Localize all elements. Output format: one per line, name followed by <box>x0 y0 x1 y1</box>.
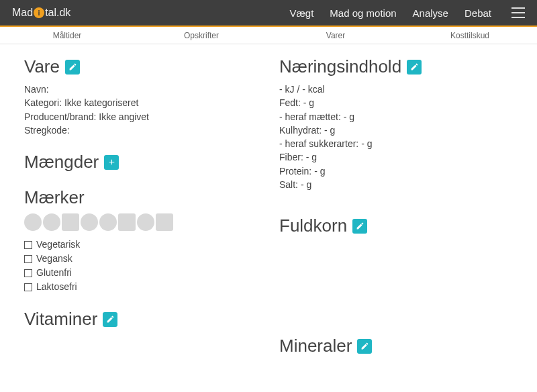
brand-logo[interactable]: Mad i tal.dk <box>12 7 70 19</box>
pencil-icon <box>68 62 77 71</box>
badge-icon <box>81 213 98 231</box>
edit-fuldkorn-button[interactable] <box>352 219 367 234</box>
nav-debat[interactable]: Debat <box>465 7 491 19</box>
section-mineraler: Mineraler <box>279 336 513 356</box>
naering-energy: - kJ / - kcal <box>279 83 513 96</box>
checkbox-laktosefri[interactable]: Laktosefri <box>24 280 258 294</box>
pencil-icon <box>106 315 115 324</box>
edit-vitaminer-button[interactable] <box>103 312 117 327</box>
heading-fuldkorn: Fuldkorn <box>279 215 347 236</box>
subnav-kosttilskud[interactable]: Kosttilskud <box>403 31 537 40</box>
naering-maettet: - heraf mættet: - g <box>279 110 513 124</box>
section-fuldkorn: Fuldkorn <box>279 215 513 236</box>
badge-icon <box>156 213 173 231</box>
checkbox-icon <box>24 255 32 263</box>
section-maengder: Mængder <box>24 152 258 173</box>
pencil-icon <box>356 222 364 230</box>
checkbox-icon <box>24 269 32 277</box>
checkbox-icon <box>24 241 32 249</box>
plus-icon <box>107 158 116 166</box>
nav-vaegt[interactable]: Vægt <box>290 7 314 19</box>
heading-naering: Næringsindhold <box>279 56 401 77</box>
badge-icon <box>118 213 136 231</box>
heading-vare: Vare <box>24 56 60 77</box>
field-navn: Navn: <box>24 83 258 96</box>
section-vitaminer: Vitaminer <box>24 309 258 330</box>
pencil-icon <box>360 342 369 350</box>
naering-protein: Protein: - g <box>279 164 513 178</box>
checkbox-vegansk[interactable]: Vegansk <box>24 252 258 266</box>
top-nav: Mad i tal.dk Vægt Mad og motion Analyse … <box>0 0 537 26</box>
section-vare: Vare Navn: Kategori: Ikke kategoriseret … <box>24 56 258 137</box>
heading-vitaminer: Vitaminer <box>24 309 97 330</box>
subnav-varer[interactable]: Varer <box>268 31 403 40</box>
badge-icon <box>137 213 154 231</box>
add-maengder-button[interactable] <box>104 155 119 170</box>
naering-salt: Salt: - g <box>279 178 513 191</box>
badge-icon <box>99 213 117 231</box>
badge-icon <box>62 213 79 231</box>
naering-sukker: - heraf sukkerarter: - g <box>279 137 513 150</box>
edit-vare-button[interactable] <box>65 60 80 75</box>
brand-post: tal.dk <box>45 7 70 19</box>
badge-icon <box>24 213 42 231</box>
brand-i-icon: i <box>34 7 44 18</box>
menu-icon[interactable] <box>511 7 525 18</box>
subnav-opskrifter[interactable]: Opskrifter <box>134 31 268 40</box>
edit-mineraler-button[interactable] <box>357 339 372 354</box>
edit-naering-button[interactable] <box>407 60 422 75</box>
subnav-maaltider[interactable]: Måltider <box>0 31 134 40</box>
checkbox-list: Vegetarisk Vegansk Glutenfri Laktosefri <box>24 238 258 294</box>
naering-fiber: Fiber: - g <box>279 150 513 164</box>
heading-maerker: Mærker <box>24 187 85 208</box>
naering-kulhydrat: Kulhydrat: - g <box>279 124 513 137</box>
field-stregkode: Stregkode: <box>24 124 258 137</box>
badge-icon <box>43 213 60 231</box>
checkbox-vegetarisk[interactable]: Vegetarisk <box>24 238 258 252</box>
naering-fedt: Fedt: - g <box>279 96 513 109</box>
field-kategori: Kategori: Ikke kategoriseret <box>24 96 258 109</box>
checkbox-glutenfri[interactable]: Glutenfri <box>24 266 258 280</box>
checkbox-icon <box>24 283 32 291</box>
section-maerker: Mærker Vegetarisk Vegansk Glutenfri Lakt… <box>24 187 258 294</box>
heading-maengder: Mængder <box>24 152 99 173</box>
pencil-icon <box>410 62 419 71</box>
nav-mad-og-motion[interactable]: Mad og motion <box>330 7 396 19</box>
section-naering: Næringsindhold - kJ / - kcal Fedt: - g -… <box>279 56 513 191</box>
field-producent: Producent/brand: Ikke angivet <box>24 110 258 124</box>
heading-mineraler: Mineraler <box>279 336 352 356</box>
brand-pre: Mad <box>12 7 33 19</box>
badge-row <box>24 213 258 231</box>
nav-analyse[interactable]: Analyse <box>413 7 448 19</box>
sub-nav: Måltider Opskrifter Varer Kosttilskud <box>0 27 537 44</box>
